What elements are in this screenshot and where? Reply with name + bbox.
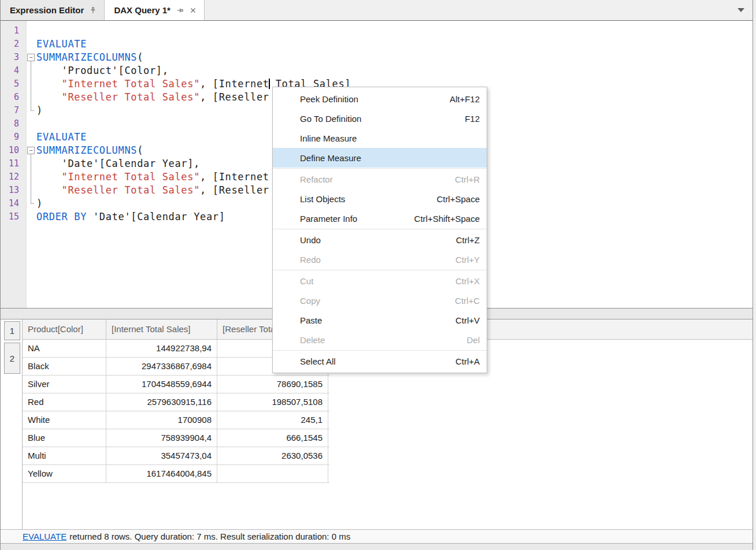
cell-value[interactable] xyxy=(217,465,328,482)
menu-item-cut: CutCtrl+X xyxy=(273,271,487,291)
line-number: 8 xyxy=(1,117,26,131)
menu-item-go-to-definition[interactable]: Go To DefinitionF12 xyxy=(273,109,487,128)
fold-mid-marker xyxy=(26,157,36,170)
fold-margin xyxy=(26,38,36,51)
cell-value[interactable]: 666,1545 xyxy=(217,429,328,447)
tab-dax-query-1[interactable]: DAX Query 1* xyxy=(105,0,205,20)
line-number: 2 xyxy=(1,38,26,51)
fold-margin xyxy=(26,131,36,144)
cell-value[interactable]: 1700908 xyxy=(106,411,217,429)
table-row[interactable]: Blue758939904,4666,1545 xyxy=(23,429,329,447)
menu-item-list-objects[interactable]: List ObjectsCtrl+Space xyxy=(273,189,487,209)
code-line: 1 xyxy=(1,24,753,38)
fold-mid-marker xyxy=(26,91,36,104)
line-number: 4 xyxy=(1,64,26,77)
fold-margin xyxy=(26,210,36,224)
cell-color[interactable]: Multi xyxy=(23,447,106,464)
line-number: 10 xyxy=(1,144,26,157)
pin-icon[interactable] xyxy=(89,6,97,14)
fold-mid-marker xyxy=(26,170,36,184)
menu-item-redo: RedoCtrl+Y xyxy=(273,250,487,269)
document-tab-bar: Expression Editor DAX Query 1* xyxy=(1,0,753,21)
cell-color[interactable]: White xyxy=(23,411,106,429)
close-icon[interactable] xyxy=(189,6,197,14)
cell-value[interactable]: 78690,1585 xyxy=(217,376,328,393)
tab-expression-editor[interactable]: Expression Editor xyxy=(1,0,105,20)
menu-item-paste[interactable]: PasteCtrl+V xyxy=(273,310,487,330)
menu-item-define-measure[interactable]: Define Measure xyxy=(273,148,487,168)
line-number: 7 xyxy=(1,104,26,117)
cell-value[interactable]: 1617464004,845 xyxy=(106,465,217,482)
cell-value[interactable]: 245,1 xyxy=(217,411,328,429)
menu-item-inline-measure[interactable]: Inline Measure xyxy=(273,128,487,148)
fold-open-marker: − xyxy=(26,51,36,64)
menu-item-delete: DeleteDel xyxy=(273,330,487,350)
table-row[interactable]: Silver1704548559,694478690,1585 xyxy=(23,376,329,393)
cell-value[interactable]: 758939904,4 xyxy=(106,429,217,447)
cell-value[interactable]: 2947336867,6984 xyxy=(106,358,217,375)
cell-color[interactable]: Red xyxy=(23,393,106,411)
fold-margin xyxy=(26,117,36,131)
line-number: 12 xyxy=(1,170,26,184)
cell-value[interactable]: 2630,0536 xyxy=(217,447,328,464)
fold-collapse-icon[interactable]: − xyxy=(27,54,35,61)
tab-list-dropdown-icon[interactable] xyxy=(738,8,744,12)
line-number: 6 xyxy=(1,91,26,104)
line-number: 14 xyxy=(1,197,26,210)
code-text: 'Product'[Color], xyxy=(36,64,169,77)
menu-item-copy: CopyCtrl+C xyxy=(273,291,487,310)
fold-mid-marker xyxy=(26,64,36,77)
cell-color[interactable]: Yellow xyxy=(23,465,106,482)
menu-item-select-all[interactable]: Select AllCtrl+A xyxy=(273,351,487,371)
line-number: 15 xyxy=(1,210,26,224)
column-header[interactable]: Product[Color] xyxy=(23,319,106,339)
result-selector-1[interactable]: 1 xyxy=(4,321,20,340)
cell-value[interactable]: 198507,5108 xyxy=(217,393,328,411)
cell-value[interactable]: 2579630915,116 xyxy=(106,393,217,411)
code-text: EVALUATE xyxy=(36,131,87,144)
menu-item-parameter-info[interactable]: Parameter InfoCtrl+Shift+Space xyxy=(273,209,487,228)
cell-color[interactable]: Silver xyxy=(23,376,106,393)
line-number: 3 xyxy=(1,51,26,64)
cell-value[interactable]: 144922738,94 xyxy=(106,340,217,357)
menu-separator xyxy=(273,229,487,229)
table-row[interactable]: White1700908245,1 xyxy=(23,411,329,429)
unpin-icon[interactable] xyxy=(176,6,184,14)
code-text: ORDER BY 'Date'[Calendar Year] xyxy=(36,210,225,224)
result-selector-2[interactable]: 2 xyxy=(4,343,20,374)
status-bar: EVALUATE returned 8 rows. Query duration… xyxy=(1,529,753,543)
bottom-strip xyxy=(1,543,753,550)
cell-value[interactable]: 35457473,04 xyxy=(106,447,217,464)
table-row[interactable]: Multi35457473,042630,0536 xyxy=(23,447,329,465)
fold-mid-marker xyxy=(26,184,36,197)
line-number: 1 xyxy=(1,24,26,38)
code-text: ) xyxy=(36,104,43,117)
code-line: 3−SUMMARIZECOLUMNS( xyxy=(1,51,753,64)
cell-color[interactable]: NA xyxy=(23,340,106,357)
code-text: ) xyxy=(36,197,43,210)
fold-end-marker xyxy=(26,197,36,210)
code-line: 4 'Product'[Color], xyxy=(1,64,753,77)
menu-separator xyxy=(273,350,487,351)
table-row[interactable]: Red2579630915,116198507,5108 xyxy=(23,393,329,411)
line-number: 9 xyxy=(1,131,26,144)
code-text: SUMMARIZECOLUMNS( xyxy=(36,51,143,64)
code-line: 2EVALUATE xyxy=(1,38,753,51)
evaluate-link[interactable]: EVALUATE xyxy=(23,532,66,541)
fold-mid-marker xyxy=(26,77,36,91)
cell-color[interactable]: Black xyxy=(23,358,106,375)
column-header[interactable]: [Internet Total Sales] xyxy=(106,319,217,339)
menu-item-refactor: RefactorCtrl+R xyxy=(273,169,487,189)
code-text: EVALUATE xyxy=(36,38,87,51)
menu-item-peek-definition[interactable]: Peek DefinitionAlt+F12 xyxy=(273,89,487,109)
tab-label: DAX Query 1* xyxy=(114,5,171,15)
menu-item-undo[interactable]: UndoCtrl+Z xyxy=(273,230,487,250)
cell-value[interactable]: 1704548559,6944 xyxy=(106,376,217,393)
line-number: 11 xyxy=(1,157,26,170)
fold-collapse-icon[interactable]: − xyxy=(27,147,35,154)
cell-color[interactable]: Blue xyxy=(23,429,106,447)
table-row[interactable]: Yellow1617464004,845 xyxy=(23,465,329,483)
line-number: 5 xyxy=(1,77,26,91)
fold-margin xyxy=(26,24,36,38)
line-number: 13 xyxy=(1,184,26,197)
